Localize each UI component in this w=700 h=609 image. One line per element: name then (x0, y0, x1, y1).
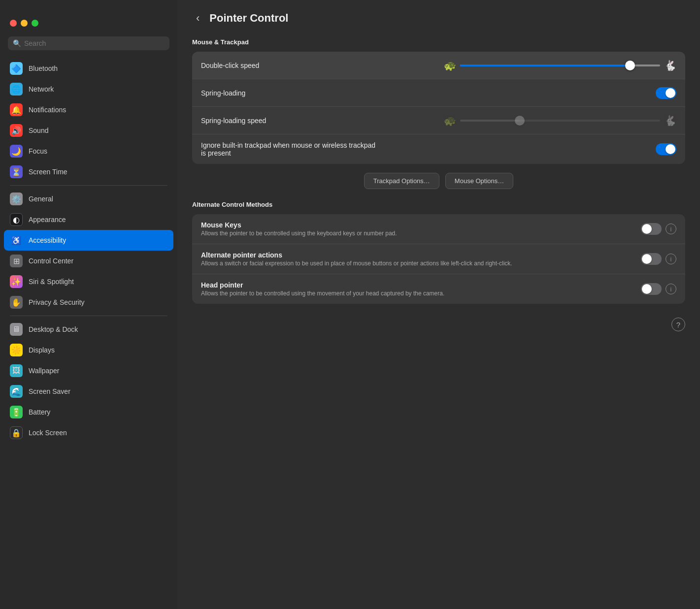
head-pointer-toggle[interactable] (641, 283, 662, 295)
controlcenter-icon: ⊞ (10, 255, 23, 267)
wallpaper-icon: 🖼 (10, 364, 23, 377)
alternate-pointer-toggle-knob (642, 254, 652, 264)
page-header: ‹ Pointer Control (192, 10, 685, 27)
ignore-trackpad-row: Ignore built-in trackpad when mouse or w… (192, 134, 685, 164)
spring-loading-speed-track (460, 120, 661, 122)
double-click-speed-track (460, 64, 661, 66)
turtle-icon: 🐢 (444, 60, 456, 71)
sidebar-item-notifications[interactable]: 🔔 Notifications (4, 99, 173, 120)
sidebar-item-sound[interactable]: 🔊 Sound (4, 120, 173, 141)
sidebar-item-label: Bluetooth (29, 64, 58, 72)
sidebar-item-desktop[interactable]: 🖥 Desktop & Dock (4, 319, 173, 340)
rabbit-icon: 🐇 (664, 60, 676, 71)
rabbit-icon-2: 🐇 (664, 115, 676, 127)
sidebar-item-accessibility[interactable]: ♿ Accessibility (4, 230, 173, 251)
privacy-icon: ✋ (10, 296, 23, 309)
sidebar-item-label: Wallpaper (29, 367, 60, 375)
spring-loading-speed-fill (460, 120, 520, 122)
focus-icon: 🌙 (10, 145, 23, 158)
sidebar-item-lockscreen[interactable]: 🔒 Lock Screen (4, 422, 173, 443)
spring-loading-speed-label: Spring-loading speed (201, 117, 434, 125)
mouse-keys-label-container: Mouse Keys Allows the pointer to be cont… (201, 221, 641, 237)
minimize-button[interactable] (21, 20, 28, 27)
search-icon: 🔍 (13, 39, 21, 47)
ignore-trackpad-toggle[interactable] (656, 143, 676, 155)
notifications-icon: 🔔 (10, 103, 23, 116)
mouse-trackpad-section-title: Mouse & Trackpad (192, 38, 685, 46)
head-pointer-label: Head pointer (201, 281, 641, 289)
spring-loading-toggle-knob (666, 88, 675, 98)
sidebar-item-label: Displays (29, 346, 55, 354)
alternate-methods-card: Mouse Keys Allows the pointer to be cont… (192, 214, 685, 304)
sidebar-item-appearance[interactable]: ◐ Appearance (4, 209, 173, 230)
head-pointer-info-button[interactable]: i (666, 284, 676, 294)
head-pointer-row: Head pointer Allows the pointer to be co… (192, 274, 685, 304)
sidebar-item-label: Desktop & Dock (29, 325, 78, 333)
sidebar-item-label: Screen Saver (29, 387, 70, 395)
mouse-keys-toggle[interactable] (641, 223, 662, 235)
spring-loading-toggle[interactable] (656, 87, 676, 99)
close-button[interactable] (10, 20, 17, 27)
sidebar-item-label: Lock Screen (29, 429, 67, 437)
sidebar-item-label: Notifications (29, 106, 66, 114)
search-bar[interactable]: 🔍 (8, 36, 169, 50)
mouse-keys-desc: Allows the pointer to be controlled usin… (201, 230, 641, 237)
desktop-icon: 🖥 (10, 323, 23, 336)
alternate-pointer-toggle[interactable] (641, 253, 662, 265)
sidebar-item-screensaver[interactable]: 🌊 Screen Saver (4, 381, 173, 402)
alternate-pointer-desc: Allows a switch or facial expression to … (201, 260, 641, 267)
displays-icon: ☀️ (10, 344, 23, 356)
bottom-help-area: ? (192, 314, 685, 331)
search-input[interactable] (24, 39, 165, 47)
spring-loading-speed-thumb[interactable] (515, 116, 525, 126)
sidebar-item-network[interactable]: 🌐 Network (4, 79, 173, 99)
sidebar: 🔍 🔷 Bluetooth 🌐 Network 🔔 Notifications … (0, 0, 177, 609)
mouse-keys-info-button[interactable]: i (666, 224, 676, 234)
lockscreen-icon: 🔒 (10, 426, 23, 439)
back-button[interactable]: ‹ (192, 10, 203, 27)
sidebar-item-focus[interactable]: 🌙 Focus (4, 141, 173, 161)
sidebar-item-wallpaper[interactable]: 🖼 Wallpaper (4, 360, 173, 381)
page-title: Pointer Control (209, 12, 288, 25)
sidebar-item-controlcenter[interactable]: ⊞ Control Center (4, 251, 173, 271)
sidebar-item-label: Control Center (29, 257, 73, 265)
mouse-options-button[interactable]: Mouse Options… (445, 173, 513, 189)
mouse-keys-row: Mouse Keys Allows the pointer to be cont… (192, 214, 685, 244)
mouse-keys-label: Mouse Keys (201, 221, 641, 229)
sidebar-item-battery[interactable]: 🔋 Battery (4, 402, 173, 422)
double-click-speed-row: Double-click speed 🐢 🐇 (192, 52, 685, 79)
head-pointer-toggle-knob (642, 284, 652, 294)
accessibility-icon: ♿ (10, 234, 23, 247)
general-icon: ⚙️ (10, 192, 23, 205)
spring-loading-speed-row: Spring-loading speed 🐢 🐇 (192, 107, 685, 134)
alternate-pointer-row: Alternate pointer actions Allows a switc… (192, 244, 685, 274)
help-button[interactable]: ? (671, 318, 685, 331)
turtle-icon-2: 🐢 (444, 115, 456, 127)
sidebar-item-screentime[interactable]: ⏳ Screen Time (4, 161, 173, 182)
alternate-section-title: Alternate Control Methods (192, 201, 685, 208)
spring-loading-label: Spring-loading (201, 89, 656, 97)
traffic-lights (0, 20, 177, 36)
alternate-pointer-label-container: Alternate pointer actions Allows a switc… (201, 251, 641, 267)
sidebar-item-bluetooth[interactable]: 🔷 Bluetooth (4, 58, 173, 79)
siri-icon: ✨ (10, 275, 23, 288)
spring-loading-speed-slider-container: 🐢 🐇 (444, 115, 677, 127)
sidebar-item-general[interactable]: ⚙️ General (4, 189, 173, 209)
main-content: ‹ Pointer Control Mouse & Trackpad Doubl… (177, 0, 700, 609)
spring-loading-row: Spring-loading (192, 79, 685, 107)
sidebar-item-label: Focus (29, 147, 47, 155)
maximize-button[interactable] (32, 20, 38, 27)
sidebar-item-privacy[interactable]: ✋ Privacy & Security (4, 292, 173, 313)
head-pointer-desc: Allows the pointer to be controlled usin… (201, 290, 641, 297)
sidebar-item-label: Privacy & Security (29, 298, 85, 306)
sidebar-divider (10, 185, 167, 186)
trackpad-options-button[interactable]: Trackpad Options… (364, 173, 439, 189)
head-pointer-label-container: Head pointer Allows the pointer to be co… (201, 281, 641, 297)
alternate-pointer-info-button[interactable]: i (666, 254, 676, 264)
sidebar-item-siri[interactable]: ✨ Siri & Spotlight (4, 271, 173, 292)
mouse-trackpad-card: Double-click speed 🐢 🐇 Spring-loading Sp… (192, 52, 685, 164)
sidebar-item-displays[interactable]: ☀️ Displays (4, 340, 173, 360)
sidebar-item-label: Battery (29, 408, 50, 416)
sidebar-item-label: Accessibility (29, 236, 66, 244)
double-click-speed-thumb[interactable] (625, 61, 635, 70)
